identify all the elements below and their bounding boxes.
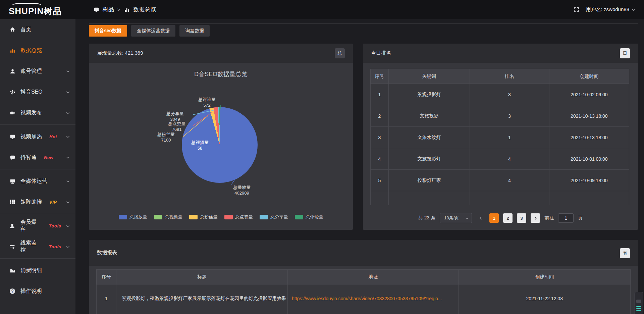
table-row: 5投影灯厂家42021-10-09 18:00 (371, 170, 629, 191)
chart-icon (123, 7, 130, 12)
user-menu[interactable]: 用户名: zswodun88 (586, 6, 635, 13)
report-panel-title: 数据报表 (97, 250, 117, 256)
col-keyword: 关键词 (388, 69, 470, 84)
pie-label-shares: 总分享量3049 (160, 111, 190, 122)
table-header-row: 序号 标题 地址 创建时间 (97, 270, 631, 284)
col-title: 标题 (116, 270, 287, 284)
pie-chart: D音SEO数据量总览 总评论量572 总分享量3049 总点赞量7681 总粉丝… (89, 63, 353, 230)
grid-icon (9, 199, 16, 205)
question-icon: ? (9, 289, 16, 294)
table-row: 1景观投影灯32021-10-02 09:00 (371, 84, 629, 105)
sidebar-item-douketong[interactable]: 抖客通 New (0, 147, 75, 168)
goto-label: 前往 (544, 215, 554, 221)
sidebar-item-douyin-seo[interactable]: 抖音SEO (0, 82, 75, 102)
breadcrumb: 树品 > 数据总览 (93, 6, 156, 13)
sidebar-item-member-burst[interactable]: 会员爆客 Tools (0, 215, 75, 236)
legend-swatch (224, 215, 233, 219)
tab-omni-media-data[interactable]: 全媒体运营数据 (131, 25, 175, 37)
chevron-down-icon (66, 200, 70, 204)
page-size-select[interactable]: 10条/页 (440, 213, 472, 223)
app-icon (93, 7, 100, 12)
sidebar-item-data-overview[interactable]: 数据总览 (0, 40, 75, 61)
sidebar-item-label: 首页 (20, 26, 31, 33)
sidebar-item-home[interactable]: 首页 (0, 19, 75, 40)
sidebar-item-matrix-boost[interactable]: 矩阵助推 VIP (0, 192, 75, 212)
legend-swatch (295, 215, 303, 219)
sidebar-item-label: 抖客通 (20, 154, 37, 161)
breadcrumb-app[interactable]: 树品 (103, 6, 114, 13)
legend-swatch (260, 215, 268, 219)
sidebar-item-video-heat[interactable]: 视频加热 Hot (0, 126, 75, 147)
fullscreen-icon[interactable] (574, 7, 579, 12)
sidebar-item-spend-details[interactable]: 消费明细 (0, 260, 75, 281)
video-url-cell: https://www.iesdouyin.com/share/video/70… (287, 284, 458, 313)
floating-widget[interactable] (634, 292, 643, 314)
chevron-down-icon (66, 245, 70, 249)
legend-item-shares[interactable]: 总分享量 (260, 214, 288, 220)
pie-label-comments: 总评论量572 (194, 97, 220, 108)
sidebar-item-account[interactable]: 账号管理 (0, 61, 75, 82)
col-url: 地址 (287, 270, 458, 284)
col-time: 创建时间 (549, 69, 629, 84)
sidebar-item-omni-media[interactable]: 全媒体运营 (0, 171, 75, 192)
sidebar-divider (0, 169, 75, 169)
monitor-icon (9, 134, 16, 140)
legend-item-comments[interactable]: 总评论量 (295, 214, 323, 220)
sidebar-item-lead-monitor[interactable]: 线索监控 Tools (0, 236, 75, 257)
table-row-partial (97, 313, 631, 314)
goto-page-input[interactable] (558, 213, 574, 223)
total-mode-button[interactable]: 总 (335, 48, 345, 58)
sidebar-item-video-publish[interactable]: 视频发布 (0, 102, 75, 123)
page-button-3[interactable]: 3 (517, 213, 526, 223)
sidebar-divider (0, 124, 75, 125)
prev-page-button[interactable] (476, 213, 485, 223)
sliders-icon (9, 244, 16, 250)
sidebar-item-label: 视频发布 (20, 109, 42, 116)
folder-icon (9, 268, 16, 273)
legend-item-fans[interactable]: 总粉丝量 (189, 214, 218, 220)
gear-icon (9, 89, 16, 95)
floating-widget-handle (636, 300, 641, 303)
chevron-down-icon (66, 179, 70, 184)
col-no: 序号 (97, 270, 116, 284)
table-mode-button[interactable]: 表 (620, 248, 630, 258)
sidebar-item-label: 操作说明 (20, 288, 42, 295)
tab-inquiry-data[interactable]: 询盘数据 (179, 25, 210, 37)
table-row: 1 景观投影灯，夜游景观投影灯厂家展示展示落花灯在花园里的灯光投影应用效果 # … (97, 284, 631, 313)
user-icon (9, 68, 16, 74)
page-button-1[interactable]: 1 (489, 213, 499, 223)
report-table: 序号 标题 地址 创建时间 1 景观投影灯，夜游景观投影灯厂家展示展示落花灯在花… (96, 269, 631, 314)
next-page-button[interactable] (531, 213, 540, 223)
sidebar-item-label: 抖音SEO (20, 89, 43, 96)
sidebar-item-label: 矩阵助推 (20, 199, 42, 206)
chart-panel-header: 展现量总数: 421,369 总 (89, 44, 353, 63)
chart-legend: 总播放量 总视频量 总粉丝量 总点赞量 总分享量 总评论量 (89, 214, 353, 220)
main-content: 抖音seo数据 全媒体运营数据 询盘数据 展现量总数: 421,369 总 D音… (75, 19, 644, 314)
legend-item-likes[interactable]: 总点赞量 (224, 214, 253, 220)
rank-panel-header: 今日排名 日 (363, 44, 638, 63)
sidebar-divider (0, 214, 75, 214)
sidebar-item-help[interactable]: ? 操作说明 (0, 281, 75, 302)
breadcrumb-page: 数据总览 (133, 6, 156, 13)
rank-panel: 今日排名 日 序号 关键词 排名 创建时间 1景观投影灯32021-10-02 … (363, 44, 638, 230)
page-button-2[interactable]: 2 (503, 213, 513, 223)
pie-label-fans: 总粉丝量7100 (151, 132, 181, 143)
legend-item-plays[interactable]: 总播放量 (119, 214, 147, 220)
legend-item-videos[interactable]: 总视频量 (154, 214, 182, 220)
home-icon (9, 27, 16, 33)
app-logo[interactable]: SHUPIN树品 (0, 2, 75, 17)
chevron-down-icon (66, 111, 70, 115)
chevron-down-icon (66, 69, 70, 73)
chevron-down-icon (66, 155, 70, 160)
chart-panel: 展现量总数: 421,369 总 D音SEO数据量总览 总评论量572 总分享量… (89, 44, 353, 230)
sidebar: 首页 数据总览 账号管理 抖音SEO 视频发布 视频加热 Hot 抖客通 New… (0, 19, 75, 314)
legend-swatch (119, 215, 127, 219)
day-mode-button[interactable]: 日 (620, 48, 630, 58)
legend-swatch (154, 215, 162, 219)
video-title-cell: 景观投影灯，夜游景观投影灯厂家展示展示落花灯在花园里的灯光投影应用效果 # (116, 284, 287, 313)
video-link[interactable]: https://www.iesdouyin.com/share/video/70… (292, 296, 442, 301)
col-no: 序号 (371, 69, 389, 84)
topbar: SHUPIN树品 树品 > 数据总览 用户名: zswodun88 (0, 0, 644, 19)
tab-douyin-seo-data[interactable]: 抖音seo数据 (89, 25, 127, 37)
sidebar-item-label: 消费明细 (20, 267, 42, 274)
